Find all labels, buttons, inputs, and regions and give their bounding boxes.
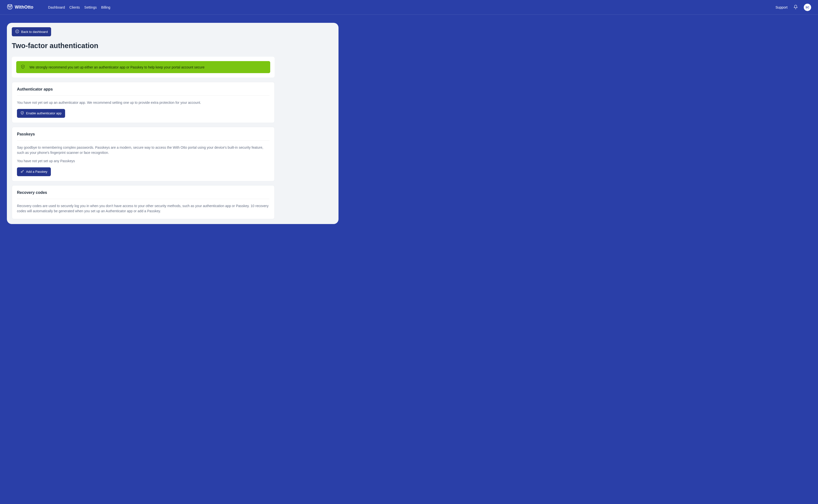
nav-link-settings[interactable]: Settings (84, 5, 97, 9)
back-to-dashboard-button[interactable]: Back to dashboard (12, 27, 51, 36)
alert-container: We strongly recommend you set up either … (12, 57, 275, 78)
avatar[interactable]: SC (804, 4, 811, 11)
arrow-left-circle-icon (15, 29, 19, 34)
shield-check-icon (21, 65, 25, 70)
page-wrap: Back to dashboard Two-factor authenticat… (0, 15, 818, 231)
passkeys-title: Passkeys (17, 132, 270, 141)
content-column: We strongly recommend you set up either … (12, 57, 275, 219)
top-nav: WithOtto Dashboard Clients Settings Bill… (0, 0, 818, 15)
bell-icon (793, 5, 798, 10)
svg-point-3 (15, 30, 19, 33)
nav-link-dashboard[interactable]: Dashboard (48, 5, 65, 9)
recovery-title: Recovery codes (17, 190, 270, 199)
enable-authenticator-label: Enable authenticator app (26, 111, 62, 115)
add-passkey-label: Add a Passkey (26, 170, 47, 173)
page-card: Back to dashboard Two-factor authenticat… (7, 23, 339, 224)
notifications-button[interactable] (792, 4, 799, 11)
passkeys-section: Passkeys Say goodbye to remembering comp… (12, 127, 275, 181)
svg-point-1 (8, 6, 10, 7)
brand[interactable]: WithOtto (7, 4, 33, 11)
brand-text: WithOtto (15, 5, 33, 10)
add-passkey-button[interactable]: Add a Passkey (17, 167, 51, 176)
alert-text: We strongly recommend you set up either … (29, 65, 204, 69)
brand-logo-icon (7, 4, 13, 11)
recovery-section: Recovery codes Recovery codes are used t… (12, 185, 275, 219)
passkeys-body-2: You have not yet set up any Passkeys (17, 159, 270, 164)
back-button-label: Back to dashboard (21, 30, 48, 34)
support-link[interactable]: Support (776, 5, 788, 9)
shield-icon (20, 111, 24, 116)
authenticator-title: Authenticator apps (17, 87, 270, 96)
recovery-body: Recovery codes are used to securely log … (17, 203, 270, 214)
page-title: Two-factor authentication (12, 42, 334, 50)
nav-right: Support SC (776, 4, 811, 11)
authenticator-body: You have not yet set up an authenticator… (17, 100, 270, 106)
avatar-initials: SC (805, 6, 809, 9)
svg-point-2 (10, 6, 11, 7)
authenticator-section: Authenticator apps You have not yet set … (12, 82, 275, 123)
recommendation-alert: We strongly recommend you set up either … (16, 61, 270, 73)
nav-link-clients[interactable]: Clients (69, 5, 80, 9)
nav-link-billing[interactable]: Billing (101, 5, 110, 9)
nav-links: Dashboard Clients Settings Billing (48, 5, 110, 9)
key-icon (20, 170, 24, 174)
passkeys-body-1: Say goodbye to remembering complex passw… (17, 145, 270, 156)
svg-point-0 (7, 4, 12, 9)
enable-authenticator-button[interactable]: Enable authenticator app (17, 109, 65, 118)
